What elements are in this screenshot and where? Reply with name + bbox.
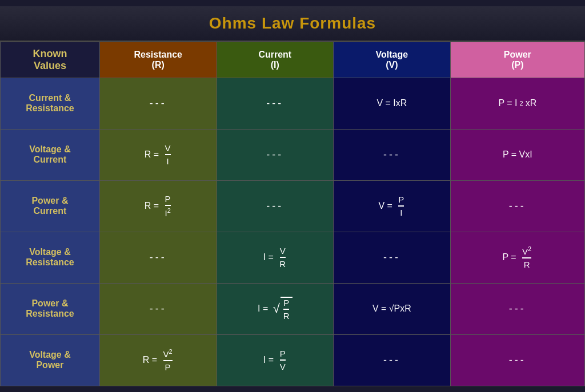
- formula: P = V2R: [502, 245, 532, 269]
- title-bar: Ohms Law Formulas: [0, 6, 585, 42]
- formula: P = VxI: [503, 149, 532, 160]
- cell-current: I = √PR: [217, 283, 334, 334]
- row-label: Current &Resistance: [1, 78, 100, 129]
- cell-power: ---: [450, 334, 584, 386]
- cell-current: ---: [217, 78, 334, 129]
- cell-voltage: V = PI: [334, 180, 451, 232]
- cell-resistance: R = VI: [99, 129, 217, 180]
- table-row: Voltage &Current R = VI --- --- P = VxI: [1, 129, 585, 180]
- cell-power: ---: [450, 180, 584, 232]
- dash-value: ---: [509, 200, 526, 212]
- cell-current: I = VR: [217, 232, 334, 283]
- page-title: Ohms Law Formulas: [6, 14, 579, 33]
- row-label: Voltage &Resistance: [1, 232, 100, 283]
- dash-value: ---: [150, 98, 167, 109]
- dash-value: ---: [509, 354, 526, 366]
- table-row: Voltage &Resistance --- I = VR --- P = V…: [1, 232, 585, 283]
- col-header-resistance: Resistance(R): [99, 42, 217, 78]
- cell-voltage: ---: [334, 232, 451, 283]
- main-container: Ohms Law Formulas KnownValues Resistance…: [0, 6, 585, 386]
- dash-value: ---: [383, 149, 400, 160]
- cell-current: ---: [217, 180, 334, 232]
- cell-resistance: R = PI2: [99, 180, 217, 232]
- formula: I = PV: [263, 349, 287, 371]
- row-label: Power &Current: [1, 180, 100, 232]
- dash-value: ---: [266, 98, 283, 109]
- cell-current: ---: [217, 129, 334, 180]
- cell-voltage: ---: [334, 129, 451, 180]
- table-row: Current &Resistance --- --- V = IxR P = …: [1, 78, 585, 129]
- table-row: Power &Current R = PI2 --- V = PI ---: [1, 180, 585, 232]
- col-header-current: Current(I): [217, 42, 334, 78]
- cell-current: I = PV: [217, 334, 334, 386]
- cell-voltage: V = IxR: [334, 78, 451, 129]
- cell-resistance: ---: [99, 232, 217, 283]
- col-header-power: Power(P): [450, 42, 584, 78]
- formulas-table: KnownValues Resistance(R) Current(I) Vol…: [0, 42, 585, 386]
- dash-value: ---: [383, 252, 400, 263]
- cell-resistance: R = V2P: [99, 334, 217, 386]
- dash-value: ---: [266, 149, 283, 160]
- formula: I = √PR: [258, 297, 292, 321]
- formula: V = PI: [378, 195, 405, 217]
- dash-value: ---: [266, 200, 283, 212]
- col-header-known: KnownValues: [1, 42, 100, 78]
- formula: R = V2P: [143, 348, 174, 372]
- dash-value: ---: [383, 354, 400, 366]
- formula: R = VI: [145, 143, 172, 166]
- col-header-voltage: Voltage(V): [334, 42, 451, 78]
- formula: P = I2xR: [498, 98, 536, 108]
- cell-voltage: V = √PxR: [334, 283, 451, 334]
- row-label: Voltage &Current: [1, 129, 100, 180]
- dash-value: ---: [150, 303, 167, 314]
- dash-value: ---: [509, 303, 526, 314]
- formula: V = IxR: [376, 98, 407, 108]
- cell-resistance: ---: [99, 283, 217, 334]
- cell-power: P = VxI: [450, 129, 584, 180]
- dash-value: ---: [150, 252, 167, 263]
- table-row: Power &Resistance --- I = √PR V = √PxR -…: [1, 283, 585, 334]
- formula: V = √PxR: [372, 304, 411, 314]
- table-row: Voltage &Power R = V2P I = PV --- ---: [1, 334, 585, 386]
- cell-power: P = V2R: [450, 232, 584, 283]
- cell-resistance: ---: [99, 78, 217, 129]
- formula: R = PI2: [145, 194, 172, 218]
- header-row: KnownValues Resistance(R) Current(I) Vol…: [1, 42, 585, 78]
- cell-power: ---: [450, 283, 584, 334]
- row-label: Power &Resistance: [1, 283, 100, 334]
- formula: I = VR: [263, 246, 287, 269]
- cell-voltage: ---: [334, 334, 451, 386]
- row-label: Voltage &Power: [1, 334, 100, 386]
- cell-power: P = I2xR: [450, 78, 584, 129]
